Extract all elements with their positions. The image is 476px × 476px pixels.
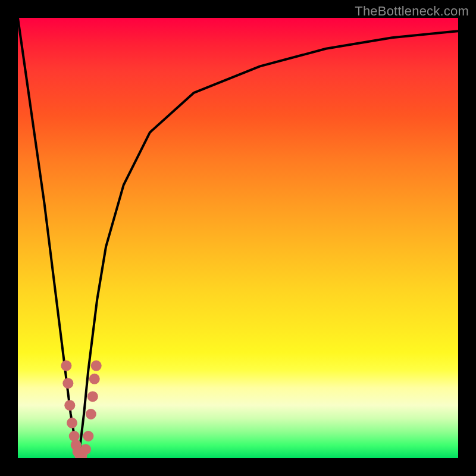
data-point	[83, 431, 93, 441]
series-right-branch	[79, 31, 458, 458]
watermark-text: TheBottleneck.com	[355, 4, 469, 19]
chart-frame: TheBottleneck.com	[0, 0, 476, 476]
data-point	[87, 391, 98, 402]
data-point	[61, 361, 71, 371]
data-point	[86, 409, 96, 419]
data-point	[62, 378, 73, 389]
plot-area	[18, 18, 458, 458]
data-point	[67, 418, 77, 428]
data-point	[80, 444, 91, 455]
data-point	[64, 400, 75, 411]
chart-svg	[18, 18, 458, 458]
data-point	[89, 374, 100, 384]
series-left-branch	[18, 18, 79, 458]
curve-group	[18, 18, 458, 458]
data-point	[69, 431, 80, 441]
data-point	[91, 361, 102, 371]
